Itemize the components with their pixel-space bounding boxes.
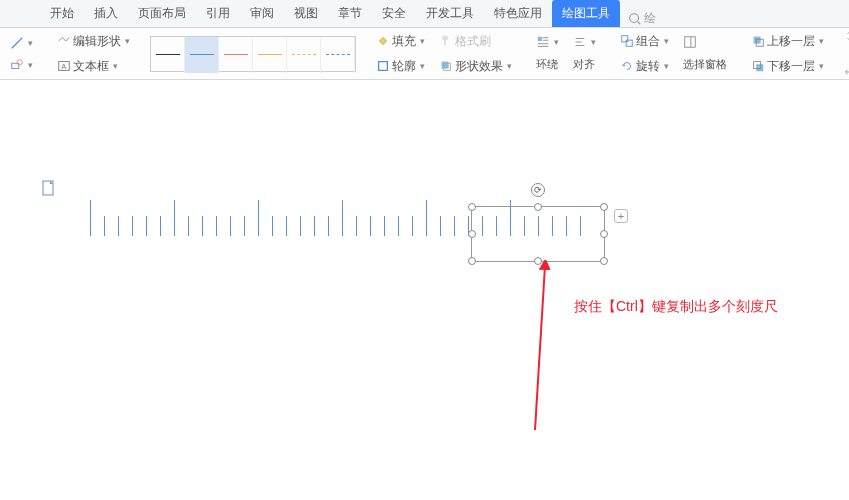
svg-line-31 [535, 266, 545, 430]
edit-shape-button[interactable]: 编辑形状 [53, 30, 134, 53]
align-button[interactable] [569, 32, 600, 52]
selection-pane-label[interactable]: 选择窗格 [679, 54, 731, 75]
svg-rect-22 [685, 37, 696, 48]
resize-handle-bl[interactable] [468, 257, 476, 265]
search-icon [628, 12, 642, 26]
tab-start[interactable]: 开始 [40, 0, 84, 27]
outline-button[interactable]: 轮廓 [372, 55, 429, 78]
fill-icon [376, 34, 390, 48]
align-icon [573, 35, 587, 49]
tab-review[interactable]: 审阅 [240, 0, 284, 27]
tab-security[interactable]: 安全 [372, 0, 416, 27]
selection-pane-icon [683, 35, 697, 49]
resize-handle-tm[interactable] [534, 203, 542, 211]
resize-handle-ml[interactable] [468, 230, 476, 238]
svg-rect-12 [538, 37, 542, 41]
tab-reference[interactable]: 引用 [196, 0, 240, 27]
group-button[interactable]: 组合 [616, 30, 673, 53]
svg-point-0 [630, 13, 639, 22]
tab-section[interactable]: 章节 [328, 0, 372, 27]
svg-rect-7 [379, 62, 388, 71]
tab-dev[interactable]: 开发工具 [416, 0, 484, 27]
svg-point-4 [17, 59, 22, 64]
bring-forward-button[interactable]: 上移一层 [747, 30, 828, 53]
wrap-button[interactable] [532, 32, 563, 52]
resize-handle-br[interactable] [600, 257, 608, 265]
document-canvas[interactable]: ⟳ + 按住【Ctrl】键复制出多个刻度尺 [0, 80, 849, 500]
svg-rect-9 [444, 40, 446, 45]
brush-icon [439, 34, 453, 48]
group-icon [620, 34, 634, 48]
line-icon [10, 36, 24, 50]
wrap-label[interactable]: 环绕 [532, 54, 563, 75]
outline-icon [376, 59, 390, 73]
svg-rect-26 [756, 64, 763, 71]
page-thumb-icon[interactable] [42, 180, 56, 199]
format-painter-button[interactable]: 格式刷 [435, 30, 516, 53]
textbox-icon: A [57, 59, 71, 73]
annotation-text: 按住【Ctrl】键复制出多个刻度尺 [574, 298, 778, 316]
resize-handle-mr[interactable] [600, 230, 608, 238]
align-label[interactable]: 对齐 [569, 54, 600, 75]
svg-rect-21 [626, 40, 632, 46]
shape-insert-dropdown[interactable] [6, 33, 37, 53]
selection-pane-button[interactable] [679, 32, 731, 52]
svg-rect-10 [442, 62, 449, 69]
tab-special[interactable]: 特色应用 [484, 0, 552, 27]
annotation-arrow [525, 260, 585, 440]
rotate-handle[interactable]: ⟳ [531, 183, 545, 197]
search-text: 绘 [644, 10, 656, 27]
shape-effect-button[interactable]: 形状效果 [435, 55, 516, 78]
search-box[interactable]: 绘 [628, 10, 656, 27]
effect-icon [439, 59, 453, 73]
fill-button[interactable]: 填充 [372, 30, 429, 53]
layout-options-button[interactable]: + [614, 209, 628, 223]
ribbon: 编辑形状 A 文本框 填充 轮廓 格式刷 形状效果 [0, 28, 849, 80]
line-style-gallery[interactable] [150, 36, 356, 72]
tab-layout[interactable]: 页面布局 [128, 0, 196, 27]
tab-insert[interactable]: 插入 [84, 0, 128, 27]
send-backward-icon [751, 59, 765, 73]
tab-bar: 开始 插入 页面布局 引用 审阅 视图 章节 安全 开发工具 特色应用 绘图工具… [0, 0, 849, 28]
shape-insert2-dropdown[interactable] [6, 55, 37, 75]
tab-view[interactable]: 视图 [284, 0, 328, 27]
textbox-button[interactable]: A 文本框 [53, 55, 134, 78]
svg-text:A: A [61, 63, 66, 70]
resize-handle-tr[interactable] [600, 203, 608, 211]
shapes-icon [10, 58, 24, 72]
height-icon [844, 29, 849, 43]
rotate-icon [620, 59, 634, 73]
width-icon [844, 65, 849, 79]
svg-rect-20 [622, 36, 628, 42]
edit-shape-icon [57, 34, 71, 48]
tab-drawing-tools[interactable]: 绘图工具 [552, 0, 620, 27]
bring-forward-icon [751, 34, 765, 48]
svg-line-2 [12, 37, 23, 48]
svg-rect-8 [443, 36, 448, 40]
svg-line-1 [638, 21, 641, 24]
send-backward-button[interactable]: 下移一层 [747, 55, 828, 78]
selected-shape[interactable]: ⟳ + [471, 206, 605, 262]
wrap-icon [536, 35, 550, 49]
rotate-button[interactable]: 旋转 [616, 55, 673, 78]
resize-handle-tl[interactable] [468, 203, 476, 211]
svg-rect-24 [754, 37, 761, 44]
